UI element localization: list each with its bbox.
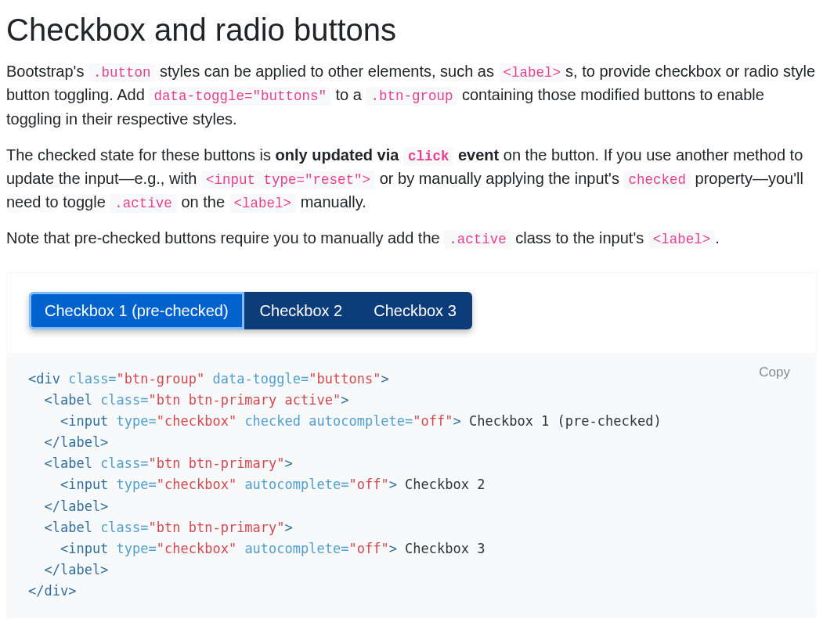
string: "off" <box>348 541 388 556</box>
tag: </label> <box>28 434 108 450</box>
string: "checkbox" <box>157 541 236 556</box>
tag: > <box>381 371 388 387</box>
text: or by manually applying the input's <box>375 170 623 187</box>
code-btn-group: .btn-group <box>366 87 457 106</box>
example-container: Checkbox 1 (pre-checked) Checkbox 2 Chec… <box>6 272 817 353</box>
attr: class= <box>100 520 148 535</box>
code-input-reset: <input type="reset"> <box>201 171 375 189</box>
code-label: <label> <box>229 194 297 213</box>
string: "btn btn-primary" <box>149 455 285 471</box>
text: Note that pre-checked buttons require yo… <box>6 229 444 246</box>
attr: type= <box>117 477 157 492</box>
tag: > <box>285 520 293 535</box>
attr: class= <box>100 392 148 408</box>
intro-paragraph-2: The checked state for these buttons is o… <box>6 143 817 214</box>
string: "off" <box>413 413 453 429</box>
tag: <label <box>28 392 100 408</box>
string: "off" <box>348 477 388 492</box>
checkbox-3-button[interactable]: Checkbox 3 <box>358 292 472 329</box>
text: on the <box>177 193 229 210</box>
intro-paragraph-1: Bootstrap's .button styles can be applie… <box>6 59 817 131</box>
code-click: click <box>403 147 454 166</box>
code-label: <label> <box>499 63 566 82</box>
text: Checkbox 3 <box>397 541 485 556</box>
code-checked: checked <box>623 171 691 189</box>
string: "btn btn-primary" <box>149 520 285 535</box>
text: to a <box>331 86 366 103</box>
code-active: .active <box>110 194 177 213</box>
tag: </label> <box>28 562 108 577</box>
text: only updated via <box>276 146 403 164</box>
tag: <label <box>28 455 100 471</box>
code-example: Copy <div class="btn-group" data-toggle=… <box>6 353 817 618</box>
attr: autocomplete= <box>236 477 348 492</box>
code-data-toggle: data-toggle="buttons" <box>149 87 331 106</box>
attr: type= <box>117 541 157 556</box>
section-heading: Checkbox and radio buttons <box>6 6 817 53</box>
tag: > <box>285 455 293 471</box>
tag: </div> <box>28 583 76 599</box>
checkbox-1-button[interactable]: Checkbox 1 (pre-checked) <box>29 292 244 329</box>
intro-paragraph-3: Note that pre-checked buttons require yo… <box>6 226 817 250</box>
text: styles can be applied to other elements,… <box>156 63 499 80</box>
text: The checked state for these buttons is <box>6 146 276 164</box>
tag: > <box>341 392 348 408</box>
checkbox-2-button[interactable]: Checkbox 2 <box>244 292 359 329</box>
checkbox-button-group: Checkbox 1 (pre-checked) Checkbox 2 Chec… <box>29 292 472 329</box>
string: "checkbox" <box>157 477 236 492</box>
tag: > <box>389 541 397 556</box>
text: . <box>715 229 720 246</box>
attr: autocomplete= <box>236 541 348 556</box>
code-button: .button <box>88 63 156 82</box>
attr: checked autocomplete= <box>236 413 413 429</box>
code-active: .active <box>444 230 511 249</box>
tag: <label <box>28 520 100 535</box>
tag: > <box>453 413 461 429</box>
tag: <input <box>28 477 117 492</box>
attr: class= <box>100 455 148 471</box>
tag: <input <box>28 413 117 429</box>
bold-text: only updated via click event <box>276 146 500 164</box>
tag: </label> <box>28 498 108 514</box>
text: Checkbox 2 <box>397 477 485 492</box>
attr: class= <box>68 371 116 387</box>
attr: data-toggle= <box>204 371 309 387</box>
text: Checkbox 1 (pre-checked) <box>461 413 662 429</box>
string: "buttons" <box>309 371 381 387</box>
string: "btn btn-primary active" <box>149 392 341 408</box>
string: "checkbox" <box>157 413 236 429</box>
tag: <div <box>28 371 68 387</box>
tag: > <box>389 477 397 492</box>
text: event <box>453 146 499 164</box>
string: "btn-group" <box>117 371 205 387</box>
text: manually. <box>296 193 366 210</box>
copy-button[interactable]: Copy <box>754 364 795 381</box>
code-label: <label> <box>648 230 716 249</box>
text: Bootstrap's <box>6 63 88 80</box>
attr: type= <box>117 413 157 429</box>
tag: <input <box>28 541 117 556</box>
code-pre: <div class="btn-group" data-toggle="butt… <box>28 369 795 603</box>
text: class to the input's <box>511 229 648 246</box>
